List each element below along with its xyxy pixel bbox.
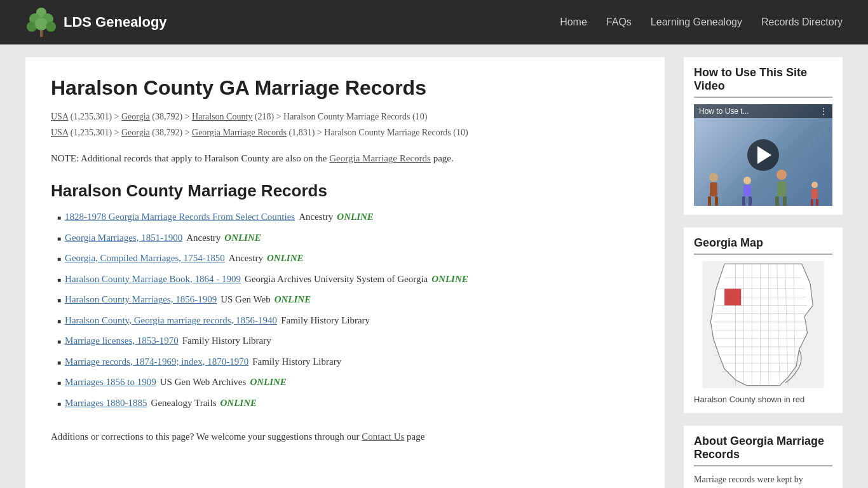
record-link[interactable]: Georgia, Compiled Marriages, 1754-1850 (65, 251, 225, 266)
list-item: Marriages 1880-1885 Genealogy Trails ONL… (57, 396, 639, 410)
site-header: LDS Genealogy Home FAQs Learning Genealo… (0, 0, 868, 44)
main-content: Haralson County GA Marriage Records USA … (25, 57, 665, 488)
list-item: Georgia, Compiled Marriages, 1754-1850 A… (57, 251, 639, 266)
svg-rect-8 (710, 182, 717, 196)
record-link[interactable]: Marriages 1856 to 1909 (65, 375, 156, 390)
sidebar-video-section: How to Use This Site Video How to Use t.… (684, 57, 843, 215)
logo-text: LDS Genealogy (64, 14, 167, 30)
list-item: Haralson County Marriages, 1856-1909 US … (57, 292, 639, 307)
person-silhouette-4 (809, 180, 820, 206)
record-link[interactable]: Marriage licenses, 1853-1970 (65, 334, 179, 348)
online-badge: ONLINE (267, 251, 304, 266)
records-heading: Haralson County Marriage Records (51, 181, 639, 201)
breadcrumb-haralson-1[interactable]: Haralson County (192, 112, 252, 121)
sidebar-about-section: About Georgia Marriage Records Marriage … (684, 426, 843, 488)
breadcrumb-2: USA (1,235,301) > Georgia (38,792) > Geo… (51, 126, 639, 139)
svg-point-7 (709, 173, 718, 182)
svg-rect-17 (775, 196, 779, 206)
list-item: Haralson County, Georgia marriage record… (57, 313, 639, 328)
svg-point-11 (743, 177, 751, 184)
sidebar-map-section: Georgia Map (684, 227, 843, 413)
map-section-title: Georgia Map (694, 236, 832, 255)
record-link[interactable]: Marriages 1880-1885 (65, 396, 147, 410)
svg-point-15 (776, 170, 787, 180)
page-wrapper: Haralson County GA Marriage Records USA … (0, 44, 868, 488)
svg-rect-13 (742, 196, 745, 206)
breadcrumb-ga-marriage[interactable]: Georgia Marriage Records (192, 128, 287, 137)
person-silhouette-3 (773, 168, 790, 206)
svg-rect-9 (708, 196, 711, 206)
online-badge: ONLINE (431, 272, 468, 287)
corrections-text: Additions or corrections to this page? W… (51, 429, 639, 444)
online-badge: ONLINE (220, 396, 257, 410)
record-link[interactable]: Georgia Marriages, 1851-1900 (65, 231, 182, 245)
map-container: Haralson County shown in red (694, 261, 832, 404)
online-badge: ONLINE (250, 375, 287, 390)
page-title: Haralson County GA Marriage Records (51, 76, 639, 100)
svg-rect-14 (749, 196, 752, 206)
video-dots-icon: ⋮ (820, 107, 827, 116)
logo-tree-icon (25, 6, 57, 38)
record-link[interactable]: Haralson County Marriage Book, 1864 - 19… (65, 272, 241, 287)
logo-area[interactable]: LDS Genealogy (25, 6, 167, 38)
nav-records[interactable]: Records Directory (761, 17, 843, 28)
nav-learning[interactable]: Learning Genealogy (651, 17, 742, 28)
note-link[interactable]: Georgia Marriage Records (329, 153, 431, 163)
person-silhouette-1 (706, 171, 722, 206)
list-item: Marriage licenses, 1853-1970 Family Hist… (57, 334, 639, 348)
list-item: Marriages 1856 to 1909 US Gen Web Archiv… (57, 375, 639, 390)
contact-us-link[interactable]: Contact Us (362, 431, 404, 442)
online-badge: ONLINE (337, 210, 374, 224)
breadcrumb-usa-2[interactable]: USA (51, 128, 68, 137)
svg-rect-18 (783, 196, 787, 206)
record-link[interactable]: Haralson County Marriages, 1856-1909 (65, 292, 217, 307)
nav-faqs[interactable]: FAQs (606, 17, 632, 28)
online-badge: ONLINE (275, 292, 311, 307)
svg-rect-10 (715, 196, 718, 206)
online-badge: ONLINE (224, 231, 261, 245)
svg-rect-22 (816, 199, 818, 206)
breadcrumb-1: USA (1,235,301) > Georgia (38,792) > Har… (51, 110, 639, 123)
video-bg: How to Use t... ⋮ (694, 104, 832, 206)
record-link[interactable]: 1828-1978 Georgia Marriage Records From … (65, 210, 295, 224)
video-thumbnail[interactable]: How to Use t... ⋮ (694, 104, 832, 206)
nav-home[interactable]: Home (560, 17, 587, 28)
svg-rect-45 (724, 288, 741, 305)
video-overlay-bar: How to Use t... ⋮ (694, 104, 832, 118)
svg-rect-21 (811, 199, 813, 206)
list-item: Georgia Marriages, 1851-1900 Ancestry ON… (57, 231, 639, 245)
georgia-map-svg (694, 261, 832, 388)
about-section-title: About Georgia Marriage Records (694, 435, 832, 466)
breadcrumb-georgia-2[interactable]: Georgia (121, 128, 150, 137)
record-link[interactable]: Marriage records, 1874-1969; index, 1870… (65, 355, 248, 369)
video-section-title: How to Use This Site Video (694, 66, 832, 98)
svg-point-19 (811, 182, 818, 188)
sidebar: How to Use This Site Video How to Use t.… (684, 57, 843, 488)
video-people-decoration (694, 161, 832, 206)
map-caption: Haralson County shown in red (694, 395, 832, 404)
about-text: Marriage records were kept by (694, 473, 832, 487)
breadcrumb-usa-1[interactable]: USA (51, 112, 68, 121)
list-item: Haralson County Marriage Book, 1864 - 19… (57, 272, 639, 287)
svg-rect-20 (811, 189, 818, 199)
svg-rect-16 (777, 181, 786, 196)
svg-point-4 (35, 18, 48, 30)
person-silhouette-2 (740, 175, 754, 206)
main-nav: Home FAQs Learning Genealogy Records Dir… (560, 17, 843, 28)
svg-point-5 (46, 22, 56, 32)
svg-rect-12 (743, 185, 751, 196)
svg-rect-6 (40, 30, 43, 37)
list-item: Marriage records, 1874-1969; index, 1870… (57, 355, 639, 369)
list-item: 1828-1978 Georgia Marriage Records From … (57, 210, 639, 224)
record-link[interactable]: Haralson County, Georgia marriage record… (65, 313, 277, 328)
records-list: 1828-1978 Georgia Marriage Records From … (57, 210, 639, 410)
note-text: NOTE: Additional records that apply to H… (51, 151, 639, 166)
video-title-overlay: How to Use t... (699, 107, 749, 116)
breadcrumb-georgia-1[interactable]: Georgia (121, 112, 150, 121)
